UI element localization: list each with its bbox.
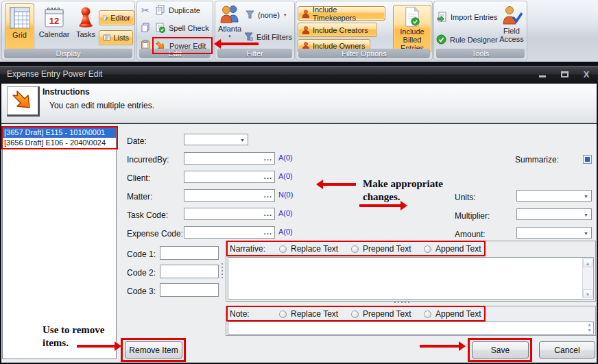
include-creators-label: Include Creators [313,26,368,34]
power-edit-flash-icon [11,89,34,112]
narrative-label: Narrative: [230,244,265,254]
date-label: Date: [127,136,147,146]
ribbon-group-filter-options: Include Timekeepers Include Creators Inc… [296,1,433,60]
narrative-textarea[interactable]: ▲ ▼ [228,257,594,300]
rule-designer-button[interactable]: Rule Designer [436,34,498,45]
filter-options-group-label: Filter Options [298,49,430,58]
note-scroll-arrows[interactable]: ▲ ▼ [587,322,592,333]
note-label: Note: [230,309,250,319]
tasks-label: Tasks [76,30,95,38]
duplicate-button[interactable]: Duplicate [155,5,200,15]
minimize-icon [539,75,546,77]
expense-code-field[interactable]: ... [184,226,275,239]
scroll-up-icon[interactable]: ▲ [583,258,593,267]
units-combobox[interactable]: ▼ [516,190,592,202]
note-append-radio[interactable]: Append Text [424,309,481,319]
spell-check-button[interactable]: Spell Check [155,23,209,33]
narrative-replace-label: Replace Text [291,244,338,254]
lookup-ellipsis-icon[interactable]: ... [264,191,272,199]
cut-icon[interactable]: ✂ [141,5,150,15]
list-item[interactable]: [3657 Draft] E115 - 1010\0001 [3,128,116,138]
include-timekeepers-toggle[interactable]: Include Timekeepers [298,6,385,21]
lookup-ellipsis-icon[interactable]: ... [264,172,272,180]
app-screen: Grid 12 Calendar Tasks [0,0,598,364]
amount-combobox[interactable]: ▼ [516,227,592,239]
horizontal-splitter-handle[interactable] [394,302,409,303]
instructions-body: You can edit multiple entries. [49,101,154,110]
remove-item-button[interactable]: Remove Item [125,341,182,359]
incurredby-field[interactable]: ... [184,152,275,165]
lookup-ellipsis-icon[interactable]: ... [264,228,272,236]
filter-preset-dropdown[interactable]: (none) ▼ [246,10,287,19]
lists-icon [103,33,110,43]
code1-field[interactable] [160,246,219,260]
funnel-icon [246,10,254,19]
editor-label: Editor [110,14,130,22]
tools-group-label: Tools [436,49,525,58]
summarize-checkbox[interactable] [583,155,592,164]
calendar-label: Calendar [39,30,70,38]
note-append-label: Append Text [435,309,481,319]
import-entries-button[interactable]: Import Entries [437,12,497,22]
matter-field[interactable]: ... [184,189,275,202]
copy-icon[interactable] [141,23,150,35]
narrative-replace-radio[interactable]: Replace Text [279,244,338,254]
vertical-splitter-handle[interactable] [222,263,223,278]
date-combobox[interactable]: ▼ [184,134,248,145]
maximize-button[interactable] [558,69,571,80]
checkbox-mark-icon [585,157,590,162]
people-icon [219,4,240,23]
note-prepend-radio[interactable]: Prepend Text [351,309,411,319]
lists-button[interactable]: Lists [99,30,133,45]
save-button[interactable]: Save [472,341,529,359]
close-button[interactable]: X [580,69,593,80]
note-textarea[interactable]: ▲ ▼ [228,321,594,335]
include-creators-toggle[interactable]: Include Creators [298,23,377,37]
calendar-button[interactable]: 12 Calendar [36,3,72,50]
code3-field[interactable] [160,283,219,297]
duplicate-label: Duplicate [169,6,200,14]
field-access-button[interactable]: Field Access [497,4,526,51]
summarize-label: Summarize: [504,155,559,165]
power-edit-annotation-arrow [221,43,259,45]
code1-label: Code 1: [127,250,156,259]
instructions-panel: Instructions You can edit multiple entri… [1,84,597,123]
code2-field[interactable] [160,265,219,278]
editor-button[interactable]: Editor [99,10,134,25]
edit-group-label: Edit [139,49,211,58]
rule-designer-label: Rule Designer [450,36,498,44]
ribbon-group-display: Grid 12 Calendar Tasks [1,1,135,60]
scroll-down-icon[interactable]: ▼ [587,328,592,333]
narrative-append-radio[interactable]: Append Text [424,244,481,254]
edit-filters-button[interactable]: Edit Filters [244,32,292,41]
narrative-scrollbar[interactable]: ▲ ▼ [582,258,593,298]
note-prepend-label: Prepend Text [363,309,411,319]
include-billed-entries-toggle[interactable]: Include Billed Entries [393,5,431,53]
close-icon: X [584,69,590,80]
lookup-ellipsis-icon[interactable]: ... [264,154,272,162]
minimize-button[interactable] [536,69,549,80]
client-field[interactable]: ... [184,171,275,183]
save-label: Save [491,345,510,355]
scroll-up-icon[interactable]: ▲ [587,322,592,328]
list-item[interactable]: [3656 Draft] E106 - 2040\0024 [3,138,116,148]
instructions-heading: Instructions [43,87,90,97]
scroll-down-icon[interactable]: ▼ [583,289,593,298]
lookup-ellipsis-icon[interactable]: ... [264,209,272,217]
narrative-prepend-label: Prepend Text [363,244,411,254]
radio-icon [279,245,287,253]
display-group-label: Display [4,49,132,58]
multiplier-combobox[interactable]: ▼ [516,208,592,220]
dialog-title: Expense Entry Power Edit [7,69,102,79]
date-dropdown-icon: ▼ [240,138,245,143]
narrative-prepend-radio[interactable]: Prepend Text [351,244,411,254]
narrative-append-label: Append Text [435,244,481,254]
grid-button[interactable]: Grid [5,3,34,50]
radio-icon [351,245,359,253]
task-code-field[interactable]: ... [184,208,275,220]
note-replace-radio[interactable]: Replace Text [279,309,338,319]
import-entries-icon [437,12,447,22]
multiplier-label: Multiplier: [455,211,490,221]
tasks-button[interactable]: Tasks [73,3,99,50]
cancel-button[interactable]: Cancel [539,341,595,359]
